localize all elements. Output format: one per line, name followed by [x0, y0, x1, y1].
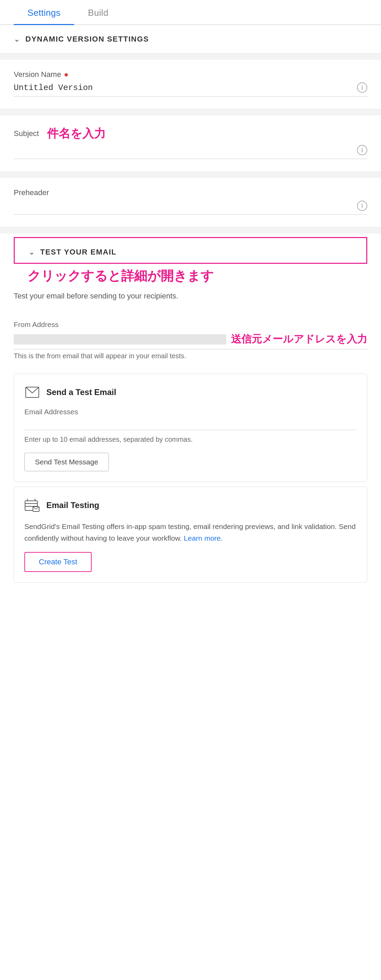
email-addresses-field: [24, 419, 357, 430]
test-description: Test your email before sending to your r…: [14, 292, 367, 301]
send-test-card-title: Send a Test Email: [46, 387, 116, 397]
tab-settings[interactable]: Settings: [14, 0, 74, 24]
gap-2: [0, 109, 381, 115]
email-testing-description: SendGrid's Email Testing offers in-app s…: [24, 521, 357, 544]
subject-annotation: 件名を入力: [47, 126, 106, 142]
email-addresses-label: Email Addresses: [24, 408, 357, 416]
test-section-annotation: クリックすると詳細が開きます: [14, 264, 367, 288]
from-address-hint: This is the from email that will appear …: [14, 352, 367, 360]
from-address-section: From Address 送信元メールアドレスを入力 This is the f…: [0, 320, 381, 367]
preheader-label: Preheader: [14, 188, 367, 197]
email-testing-card-title: Email Testing: [46, 501, 99, 510]
from-address-annotation: 送信元メールアドレスを入力: [231, 332, 367, 346]
preheader-input[interactable]: [14, 201, 357, 210]
mail-icon: [24, 384, 40, 400]
from-address-field-row: 送信元メールアドレスを入力: [14, 332, 367, 349]
test-chevron-icon[interactable]: ⌄: [29, 248, 35, 256]
gap-1: [0, 54, 381, 60]
required-indicator: ●: [64, 70, 68, 79]
dynamic-version-settings-title: DYNAMIC VERSION SETTINGS: [25, 35, 149, 44]
subject-section: Subject 件名を入力 i: [0, 115, 381, 172]
send-test-message-button[interactable]: Send Test Message: [24, 453, 109, 471]
send-test-card-header: Send a Test Email: [24, 384, 357, 400]
preheader-info-icon[interactable]: i: [357, 200, 367, 211]
email-addresses-input[interactable]: [24, 419, 357, 430]
dynamic-version-settings-header: ⌄ DYNAMIC VERSION SETTINGS: [0, 25, 381, 54]
gap-3: [0, 172, 381, 178]
tab-build[interactable]: Build: [74, 0, 122, 24]
email-testing-icon: [24, 497, 40, 513]
chevron-down-icon[interactable]: ⌄: [14, 35, 20, 44]
test-section-body: Test your email before sending to your r…: [0, 288, 381, 320]
version-name-input[interactable]: [14, 83, 357, 92]
test-your-email-header: ⌄ TEST YOUR EMAIL: [14, 237, 367, 264]
subject-input[interactable]: [14, 146, 357, 155]
test-your-email-title[interactable]: TEST YOUR EMAIL: [40, 248, 117, 256]
email-addresses-hint: Enter up to 10 email addresses, separate…: [24, 434, 357, 444]
subject-field-row: i: [14, 145, 367, 159]
create-test-button[interactable]: Create Test: [24, 552, 92, 572]
version-name-field-row: i: [14, 83, 367, 97]
from-address-blurred-value: [14, 334, 226, 345]
send-test-email-card: Send a Test Email Email Addresses Enter …: [14, 374, 367, 482]
version-name-label: Version Name ●: [14, 70, 367, 79]
version-name-info-icon[interactable]: i: [357, 83, 367, 93]
preheader-section: Preheader i: [0, 178, 381, 228]
version-name-section: Version Name ● i: [0, 60, 381, 109]
email-testing-card: Email Testing SendGrid's Email Testing o…: [14, 487, 367, 582]
subject-label-row: Subject 件名を入力: [14, 126, 367, 142]
subject-info-icon[interactable]: i: [357, 145, 367, 155]
from-address-label: From Address: [14, 320, 367, 329]
tab-bar: Settings Build: [0, 0, 381, 25]
email-testing-card-header: Email Testing: [24, 497, 357, 513]
preheader-field-row: i: [14, 200, 367, 215]
gap-4: [0, 228, 381, 234]
test-cards-container: Send a Test Email Email Addresses Enter …: [0, 367, 381, 601]
learn-more-link[interactable]: Learn more.: [184, 534, 223, 542]
